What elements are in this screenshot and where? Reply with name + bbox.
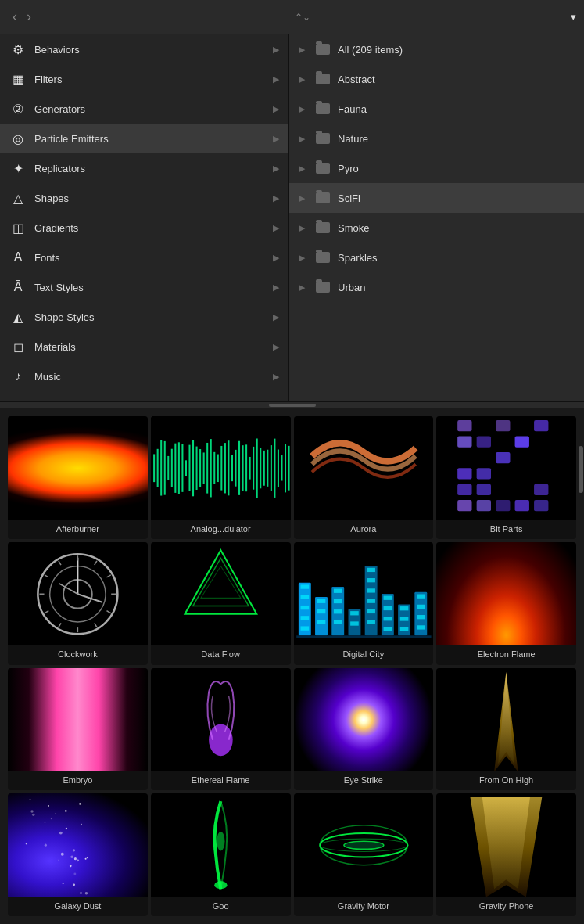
- grid-item-galaxy-dust[interactable]: Galaxy Dust: [8, 793, 148, 916]
- grid-item-goo[interactable]: Goo: [151, 793, 291, 916]
- sidebar-item-replicators[interactable]: ✦ Replicators ▶: [0, 153, 288, 183]
- thumb-galaxydust: [8, 793, 148, 897]
- svg-rect-54: [534, 484, 548, 495]
- forward-button[interactable]: ›: [22, 9, 36, 25]
- submenu-item-abstract[interactable]: ▶Abstract: [289, 64, 584, 94]
- grid-item-electron-flame[interactable]: Electron Flame: [436, 542, 576, 665]
- sidebar-arrow-gradients: ▶: [273, 223, 279, 233]
- sidebar-arrow-replicators: ▶: [273, 164, 279, 174]
- grid-item-eye-strike[interactable]: Eye Strike: [294, 668, 434, 791]
- sidebar-item-generators[interactable]: ② Generators ▶: [0, 94, 288, 124]
- svg-rect-88: [317, 599, 325, 602]
- submenu-item-pyro[interactable]: ▶Pyro: [289, 153, 584, 183]
- sidebar-icon-filters: ▦: [9, 70, 27, 88]
- submenu-item-fauna[interactable]: ▶Fauna: [289, 94, 584, 124]
- folder-icon-all: [316, 44, 330, 55]
- sidebar-item-filters[interactable]: ▦ Filters ▶: [0, 64, 288, 94]
- svg-rect-118: [416, 615, 425, 619]
- svg-rect-102: [367, 588, 375, 592]
- grid-item-digital-city[interactable]: Digital City: [294, 542, 434, 665]
- submenu-item-urban[interactable]: ▶Urban: [289, 272, 584, 302]
- svg-rect-84: [300, 606, 309, 609]
- grid-label-analog-modulator: Analog...dulator: [189, 520, 253, 539]
- title-sort-icon[interactable]: ⌃⌄: [295, 12, 310, 23]
- sidebar-icon-music: ♪: [9, 368, 27, 385]
- svg-rect-86: [300, 626, 309, 630]
- sidebar-icon-shapes: △: [9, 189, 27, 207]
- grid-item-data-flow[interactable]: Data Flow: [151, 542, 291, 665]
- sidebar-arrow-materials: ▶: [273, 342, 279, 352]
- svg-point-162: [343, 841, 383, 849]
- grid-item-embryo[interactable]: Embryo: [8, 668, 148, 791]
- svg-point-142: [45, 822, 46, 823]
- grid-item-clockwork[interactable]: Clockwork: [8, 542, 148, 665]
- grid-label-digital-city: Digital City: [342, 645, 386, 664]
- back-button[interactable]: ‹: [8, 9, 22, 25]
- sidebar-item-music[interactable]: ♪ Music ▶: [0, 361, 288, 391]
- sidebar-item-fonts[interactable]: A Fonts ▶: [0, 243, 288, 272]
- sidebar-item-shapes[interactable]: △ Shapes ▶: [0, 183, 288, 213]
- sidebar-icon-text-styles: Ā: [9, 279, 27, 296]
- top-bar: ‹ › ⌃⌄ ▾: [0, 0, 584, 34]
- scrollbar-thumb: [579, 446, 583, 493]
- grid-item-ethereal-flame[interactable]: Ethereal Flame: [151, 668, 291, 791]
- submenu-label-nature: Nature: [338, 133, 575, 145]
- sidebar: ⚙ Behaviors ▶ ▦ Filters ▶ ② Generators ▶…: [0, 34, 289, 401]
- right-scrollbar[interactable]: [578, 443, 584, 924]
- theme-dropdown-icon[interactable]: ▾: [571, 11, 576, 23]
- grid-item-aurora[interactable]: Aurora: [294, 416, 434, 539]
- sidebar-item-gradients[interactable]: ◫ Gradients ▶: [0, 213, 288, 243]
- grid-item-afterburner[interactable]: Afterburner: [8, 416, 148, 539]
- grid-label-afterburner: Afterburner: [55, 520, 101, 539]
- panel-top: ⚙ Behaviors ▶ ▦ Filters ▶ ② Generators ▶…: [0, 34, 584, 402]
- submenu-label-pyro: Pyro: [338, 163, 575, 174]
- sidebar-label-generators: Generators: [34, 103, 265, 115]
- sidebar-item-materials[interactable]: ◻ Materials ▶: [0, 332, 288, 361]
- thumb-fromonhigh: [436, 668, 576, 772]
- sidebar-arrow-behaviors: ▶: [273, 45, 279, 55]
- sidebar-arrow-particle-emitters: ▶: [273, 134, 279, 144]
- grid-item-gravity-phone[interactable]: Gravity Phone: [436, 793, 576, 916]
- svg-rect-100: [367, 568, 375, 572]
- submenu-arrow-fauna: ▶: [299, 104, 305, 114]
- thumb-ethereal: [151, 668, 291, 772]
- svg-rect-104: [367, 609, 375, 613]
- submenu: ▶All (209 items)▶Abstract▶Fauna▶Nature▶P…: [289, 34, 584, 401]
- grid-item-bit-parts[interactable]: Bit Parts: [436, 416, 576, 539]
- grid-label-from-on-high: From On High: [478, 771, 535, 790]
- svg-point-131: [81, 824, 82, 825]
- grid-label-electron-flame: Electron Flame: [476, 645, 537, 664]
- sidebar-label-gradients: Gradients: [34, 222, 265, 234]
- sidebar-item-shape-styles[interactable]: ◭ Shape Styles ▶: [0, 302, 288, 332]
- svg-rect-45: [534, 420, 548, 431]
- submenu-item-sparkles[interactable]: ▶Sparkles: [289, 243, 584, 272]
- grid-item-analog-modulator[interactable]: Analog...dulator: [151, 416, 291, 539]
- grid-item-gravity-motor[interactable]: Gravity Motor: [294, 793, 434, 916]
- svg-point-141: [59, 832, 63, 835]
- svg-rect-98: [350, 621, 359, 625]
- sidebar-arrow-filters: ▶: [273, 74, 279, 84]
- theme-selector[interactable]: ▾: [564, 11, 576, 23]
- submenu-item-nature[interactable]: ▶Nature: [289, 124, 584, 153]
- svg-point-143: [87, 857, 88, 858]
- svg-rect-55: [457, 500, 471, 511]
- sidebar-label-music: Music: [34, 371, 265, 383]
- submenu-item-smoke[interactable]: ▶Smoke: [289, 213, 584, 243]
- sidebar-icon-generators: ②: [9, 100, 27, 117]
- submenu-label-all: All (209 items): [338, 44, 575, 56]
- sidebar-item-text-styles[interactable]: Ā Text Styles ▶: [0, 272, 288, 302]
- sidebar-item-behaviors[interactable]: ⚙ Behaviors ▶: [0, 34, 288, 64]
- submenu-item-scifi[interactable]: ▶SciFi: [289, 183, 584, 213]
- sidebar-item-particle-emitters[interactable]: ◎ Particle Emitters ▶: [0, 124, 288, 153]
- grid-item-from-on-high[interactable]: From On High: [436, 668, 576, 791]
- svg-rect-53: [477, 484, 491, 495]
- thumb-clockwork: [8, 542, 148, 646]
- svg-rect-101: [367, 578, 375, 582]
- svg-rect-56: [477, 500, 491, 511]
- svg-rect-92: [333, 588, 342, 592]
- submenu-item-all[interactable]: ▶All (209 items): [289, 34, 584, 64]
- folder-icon-sparkles: [316, 252, 330, 263]
- submenu-arrow-smoke: ▶: [299, 223, 305, 233]
- svg-rect-47: [477, 436, 491, 447]
- grid-label-ethereal-flame: Ethereal Flame: [190, 771, 252, 790]
